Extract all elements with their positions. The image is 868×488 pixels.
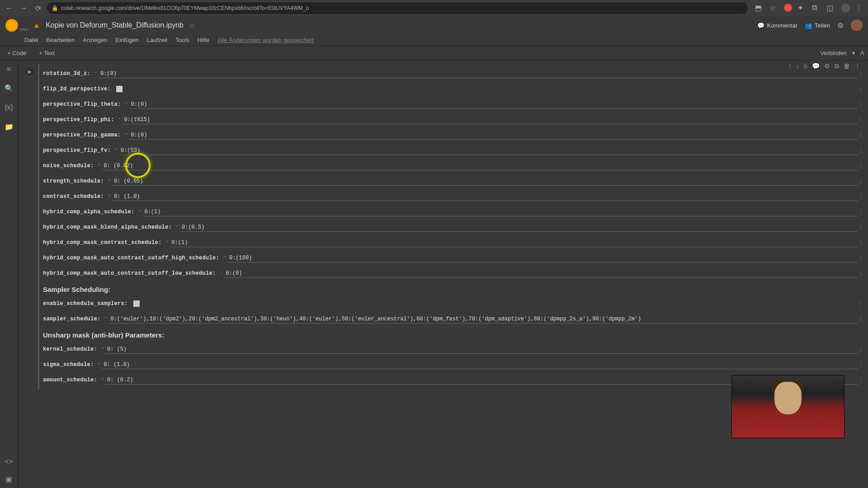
url-text: colab.research.google.com/drive/1IMefex8… — [61, 5, 309, 11]
run-cell-button[interactable]: ▶ — [24, 66, 35, 77]
menu-bearbeiten[interactable]: Bearbeiten — [46, 37, 75, 43]
hybrid-comp-alpha-schedule-label: hybrid_comp_alpha_schedule: — [43, 209, 135, 215]
files-icon[interactable]: 📁 — [5, 122, 14, 131]
hybrid-comp-mask-auto-contrast-cutoff-low-schedule-label: hybrid_comp_mask_auto_contrast_cutoff_lo… — [43, 270, 216, 277]
hybrid-comp-mask-auto-contrast-cutoff-low-schedule-input[interactable] — [224, 269, 858, 278]
menu-anzeigen[interactable]: Anzeigen — [83, 37, 107, 43]
row-menu-icon[interactable]: ⋮ — [858, 178, 863, 184]
menu-icon[interactable]: ⋮ — [855, 4, 864, 13]
menu-laufzeit[interactable]: Laufzeit — [147, 37, 168, 43]
variables-icon[interactable]: {x} — [5, 103, 13, 112]
menu-datei[interactable]: Datei — [24, 37, 38, 43]
perspective-flip-theta-input[interactable] — [129, 100, 858, 109]
toc-icon[interactable]: ≡ — [7, 65, 11, 73]
hybrid-comp-mask-auto-contrast-cutoff-high-schedule-label: hybrid_comp_mask_auto_contrast_cutoff_hi… — [43, 255, 219, 261]
row-menu-icon[interactable]: ⋮ — [858, 117, 863, 123]
hybrid-comp-mask-contrast-schedule-input[interactable] — [170, 239, 858, 247]
perspective-flip-gamma-input[interactable] — [129, 131, 858, 140]
row-menu-icon[interactable]: ⋮ — [858, 163, 863, 169]
add-text-button[interactable]: + Text — [35, 48, 58, 58]
contrast-schedule-label: contrast_schedule: — [43, 193, 104, 200]
reload-button[interactable]: ⟳ — [33, 3, 43, 14]
settings-gear-icon[interactable]: ⚙ — [837, 21, 844, 30]
back-button[interactable]: ← — [4, 3, 14, 14]
row-menu-icon[interactable]: ⋮ — [858, 70, 863, 77]
drive-file-icon: ▲ — [33, 21, 40, 29]
colab-logo-icon[interactable] — [5, 19, 18, 32]
row-menu-icon[interactable]: ⋮ — [858, 132, 863, 138]
form-cell: rotation_3d_z: " ⋮ flip_2d_perspective: … — [38, 64, 864, 389]
sigma-schedule-input[interactable] — [102, 361, 858, 369]
collapse-icon[interactable]: ᐱ — [860, 50, 864, 56]
noise-schedule-label: noise_schedule: — [43, 163, 94, 169]
row-menu-icon[interactable]: ⋮ — [858, 361, 863, 368]
extension-icon[interactable] — [784, 4, 792, 12]
row-menu-icon[interactable]: ⋮ — [858, 316, 863, 322]
row-menu-icon[interactable]: ⋮ — [858, 346, 863, 352]
bookmark-icon[interactable]: ☆ — [769, 4, 778, 13]
bookmark2-icon[interactable]: ⧉ — [812, 4, 821, 13]
forward-button[interactable]: → — [18, 3, 29, 14]
code-snippets-icon[interactable]: <> — [5, 458, 13, 466]
menu-tools[interactable]: Tools — [175, 37, 189, 43]
rotation-3d-z-input[interactable] — [99, 70, 858, 78]
user-avatar[interactable] — [851, 19, 863, 31]
hybrid-comp-mask-auto-contrast-cutoff-high-schedule-input[interactable] — [227, 254, 858, 263]
connect-button[interactable]: Verbinden — [821, 50, 847, 56]
connect-dropdown-icon[interactable]: ▼ — [851, 51, 856, 56]
row-menu-icon[interactable]: ⋮ — [858, 209, 863, 215]
sampler-schedule-label: sampler_schedule: — [43, 316, 101, 322]
pro-badge: PRO — [20, 28, 28, 32]
hybrid-comp-mask-blend-alpha-schedule-input[interactable] — [180, 223, 858, 232]
sampler-schedule-input[interactable] — [108, 315, 858, 324]
flip-2d-perspective-checkbox[interactable] — [116, 86, 123, 92]
comment-button[interactable]: 💬 Kommentar — [757, 22, 797, 29]
save-status[interactable]: Alle Änderungen wurden gespeichert — [217, 37, 314, 43]
kernel-schedule-input[interactable] — [105, 345, 858, 354]
menu-hilfe[interactable]: Hilfe — [198, 37, 209, 43]
notebook-title[interactable]: Kopie von Deforum_Stable_Diffusion.ipynb — [46, 21, 184, 29]
enable-schedule-samplers-label: enable_schedule_samplers: — [43, 300, 128, 307]
kernel-schedule-label: kernel_schedule: — [43, 346, 97, 352]
panel-icon[interactable]: ◫ — [826, 4, 835, 13]
menu-einfuegen[interactable]: Einfügen — [115, 37, 138, 43]
hybrid-comp-mask-contrast-schedule-label: hybrid_comp_mask_contrast_schedule: — [43, 239, 162, 246]
row-menu-icon[interactable]: ⋮ — [858, 255, 863, 261]
perspective-flip-phi-label: perspective_flip_phi: — [43, 117, 114, 123]
profile-avatar[interactable] — [841, 4, 850, 13]
row-menu-icon[interactable]: ⋮ — [858, 300, 863, 307]
contrast-schedule-input[interactable] — [112, 192, 858, 201]
install-icon[interactable]: ⬒ — [755, 4, 764, 13]
hybrid-comp-alpha-schedule-input[interactable] — [142, 208, 858, 216]
left-rail: ≡ 🔍 {x} 📁 <> ▣ — [0, 61, 18, 488]
share-button[interactable]: 👥 Teilen — [805, 22, 830, 29]
url-bar[interactable]: 🔒 colab.research.google.com/drive/1IMefe… — [47, 2, 748, 14]
row-menu-icon[interactable]: ⋮ — [858, 147, 863, 154]
noise-schedule-input[interactable] — [102, 162, 858, 170]
add-code-button[interactable]: + Code — [4, 48, 30, 58]
flip-2d-perspective-label: flip_2d_perspective: — [43, 86, 111, 92]
row-menu-icon[interactable]: ⋮ — [858, 270, 863, 277]
row-menu-icon[interactable]: ⋮ — [858, 193, 863, 200]
enable-schedule-samplers-checkbox[interactable] — [133, 300, 140, 307]
row-menu-icon[interactable]: ⋮ — [858, 224, 863, 230]
toolbar: + Code + Text Verbinden ▼ ᐱ — [0, 46, 868, 61]
terminal-icon[interactable]: ▣ — [5, 475, 12, 483]
perspective-flip-theta-label: perspective_flip_theta: — [43, 101, 121, 108]
perspective-flip-phi-input[interactable] — [122, 116, 858, 124]
hybrid-comp-mask-blend-alpha-schedule-label: hybrid_comp_mask_blend_alpha_schedule: — [43, 224, 172, 230]
strength-schedule-input[interactable] — [112, 177, 858, 186]
search-icon[interactable]: 🔍 — [5, 84, 14, 93]
row-menu-icon[interactable]: ⋮ — [858, 86, 863, 92]
notebook-content[interactable]: ↑ ↓ ⎘ 💬 ⚙ ⧉ 🗑 ⋮ ▶ rotation_3d_z: " ⋮ — [18, 61, 868, 488]
perspective-flip-fv-label: perspective_flip_fv: — [43, 147, 111, 154]
row-menu-icon[interactable]: ⋮ — [858, 101, 863, 108]
extensions-icon[interactable]: ✦ — [797, 4, 807, 13]
row-menu-icon[interactable]: ⋮ — [858, 239, 863, 246]
webcam-overlay — [731, 375, 844, 438]
sampler-scheduling-title: Sampler Scheduling: — [43, 286, 864, 293]
perspective-flip-fv-input[interactable] — [119, 146, 858, 155]
browser-bar: ← → ⟳ 🔒 colab.research.google.com/drive/… — [0, 0, 868, 16]
row-menu-icon[interactable]: ⋮ — [858, 377, 863, 383]
star-icon[interactable]: ☆ — [189, 21, 195, 30]
